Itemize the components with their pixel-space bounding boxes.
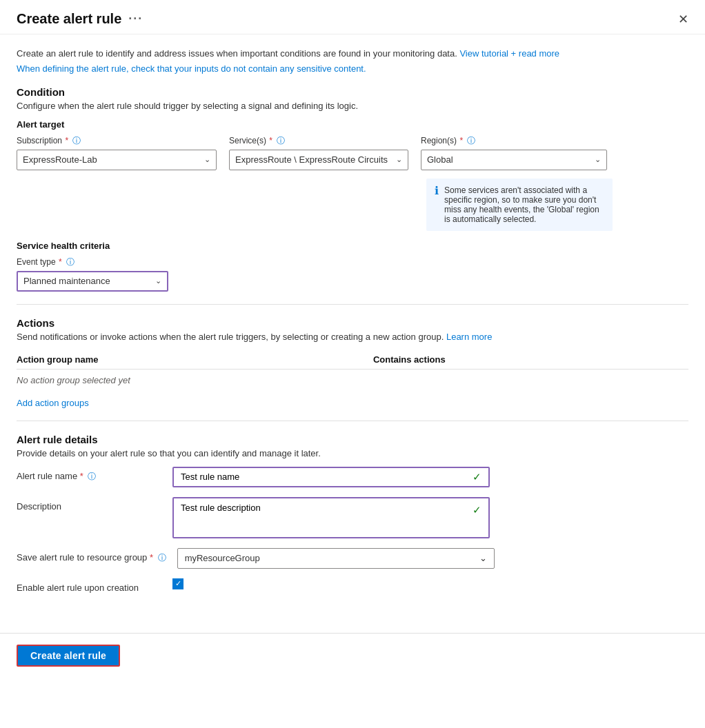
intro-line1: Create an alert rule to identify and add…	[17, 47, 688, 61]
sensitive-warning: When defining the alert rule, check that…	[17, 63, 688, 74]
info-circle-icon: ℹ	[435, 185, 439, 196]
learn-more-link[interactable]: Learn more	[446, 332, 492, 342]
subscription-chevron-icon: ⌄	[204, 155, 210, 164]
description-input-wrapper: ✓	[172, 497, 490, 538]
add-action-groups-link[interactable]: Add action groups	[17, 398, 89, 408]
title-dots: ···	[128, 12, 143, 26]
title-text: Create alert rule	[17, 11, 121, 27]
rule-name-info-icon[interactable]: ⓘ	[88, 472, 96, 481]
subscription-value: ExpressRoute-Lab	[23, 154, 97, 165]
enable-row: Enable alert rule upon creation ✓	[17, 578, 688, 593]
services-field-group: Service(s) * ⓘ ExpressRoute \ ExpressRou…	[229, 135, 408, 170]
regions-label: Region(s) * ⓘ	[421, 135, 613, 147]
rule-name-check-icon: ✓	[473, 471, 481, 483]
condition-section-title: Condition	[17, 86, 688, 98]
resource-group-value: myResourceGroup	[185, 553, 260, 563]
actions-desc: Send notifications or invoke actions whe…	[17, 332, 688, 342]
description-textarea[interactable]	[181, 503, 473, 533]
close-button[interactable]: ✕	[678, 13, 688, 26]
panel-footer: Create alert rule	[0, 633, 705, 678]
event-type-required: *	[59, 257, 62, 267]
no-action-row: No action group selected yet	[17, 369, 688, 391]
create-alert-rule-panel: Create alert rule ··· ✕ Create an alert …	[0, 0, 705, 728]
event-type-field-group: Event type * ⓘ Planned maintenance ⌄	[17, 256, 688, 292]
panel-header: Create alert rule ··· ✕	[0, 0, 705, 34]
regions-select[interactable]: Global ⌄	[421, 150, 607, 170]
resource-group-info-icon[interactable]: ⓘ	[158, 553, 166, 563]
alert-target-label: Alert target	[17, 119, 688, 130]
service-health-criteria-label: Service health criteria	[17, 241, 688, 251]
no-action-text: No action group selected yet	[17, 369, 688, 391]
regions-field-group: Region(s) * ⓘ Global ⌄ ℹ Some services a…	[421, 135, 613, 231]
enable-checkbox[interactable]: ✓	[172, 578, 183, 589]
panel-body: Create an alert rule to identify and add…	[0, 34, 705, 619]
event-type-info-icon[interactable]: ⓘ	[66, 257, 75, 267]
panel-title: Create alert rule ···	[17, 11, 143, 27]
alert-rule-details-title: Alert rule details	[17, 434, 688, 445]
divider-2	[17, 421, 688, 421]
col-contains-actions: Contains actions	[373, 350, 688, 370]
regions-info-icon[interactable]: ⓘ	[467, 136, 475, 145]
create-alert-rule-button[interactable]: Create alert rule	[17, 645, 120, 667]
services-required: *	[269, 136, 272, 145]
subscription-select[interactable]: ExpressRoute-Lab ⌄	[17, 150, 217, 170]
regions-required: *	[459, 136, 463, 145]
actions-section-title: Actions	[17, 317, 688, 329]
rule-name-row: Alert rule name * ⓘ ✓	[17, 467, 688, 487]
alert-target-fields: Subscription * ⓘ ExpressRoute-Lab ⌄ Serv…	[17, 135, 688, 231]
event-type-select[interactable]: Planned maintenance ⌄	[17, 271, 168, 292]
col-group-name: Action group name	[17, 350, 373, 370]
description-row: Description ✓	[17, 497, 688, 538]
rule-name-input[interactable]	[181, 472, 473, 482]
resource-group-row: Save alert rule to resource group * ⓘ my…	[17, 548, 688, 569]
resource-group-required: *	[150, 552, 153, 563]
services-label: Service(s) * ⓘ	[229, 135, 408, 147]
subscription-field-group: Subscription * ⓘ ExpressRoute-Lab ⌄	[17, 135, 217, 170]
description-check-icon: ✓	[473, 504, 481, 516]
rule-name-required: *	[80, 471, 83, 481]
region-info-box: ℹ Some services aren't associated with a…	[426, 179, 613, 231]
resource-group-select[interactable]: myResourceGroup ⌄	[177, 548, 495, 569]
services-chevron-icon: ⌄	[396, 155, 402, 164]
subscription-required: *	[65, 136, 68, 145]
event-type-label: Event type * ⓘ	[17, 256, 688, 268]
services-value: ExpressRoute \ ExpressRoute Circuits	[235, 154, 388, 165]
divider-1	[17, 304, 688, 305]
alert-rule-details-desc: Provide details on your alert rule so th…	[17, 448, 688, 458]
resource-group-label: Save alert rule to resource group * ⓘ	[17, 548, 166, 564]
services-select[interactable]: ExpressRoute \ ExpressRoute Circuits ⌄	[229, 150, 408, 170]
region-info-text: Some services aren't associated with a s…	[444, 185, 604, 224]
resource-group-chevron-icon: ⌄	[479, 553, 487, 563]
services-info-icon[interactable]: ⓘ	[277, 136, 285, 145]
subscription-label: Subscription * ⓘ	[17, 135, 217, 147]
rule-name-label: Alert rule name * ⓘ	[17, 467, 161, 483]
description-label: Description	[17, 497, 161, 512]
rule-name-input-wrapper: ✓	[172, 467, 490, 487]
view-tutorial-link[interactable]: View tutorial + read more	[459, 48, 559, 59]
actions-table: Action group name Contains actions No ac…	[17, 350, 688, 391]
subscription-info-icon[interactable]: ⓘ	[72, 136, 81, 145]
regions-chevron-icon: ⌄	[595, 155, 601, 164]
event-type-value: Planned maintenance	[23, 276, 110, 286]
regions-value: Global	[427, 154, 453, 165]
condition-desc: Configure when the alert rule should tri…	[17, 101, 688, 111]
enable-label: Enable alert rule upon creation	[17, 578, 161, 593]
event-type-chevron-icon: ⌄	[155, 276, 161, 285]
checkbox-checkmark-icon: ✓	[175, 579, 181, 588]
